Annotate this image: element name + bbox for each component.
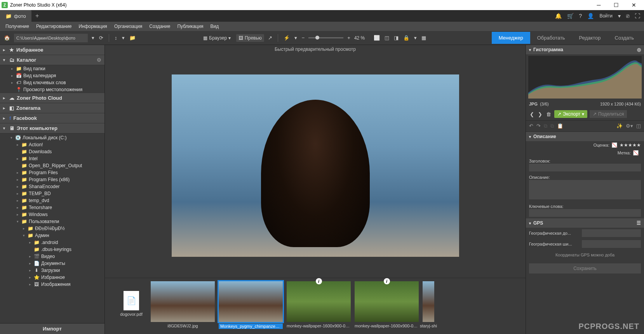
tree-admin[interactable]: ▾📁Админ xyxy=(0,232,104,239)
menu-publish[interactable]: Публикация xyxy=(174,22,206,30)
clipboard-icon[interactable]: 📋 xyxy=(557,123,563,129)
tree-folder[interactable]: 📁Open_BD_Ripper_Output xyxy=(0,162,104,169)
thumb-item[interactable]: staryj-shi xyxy=(423,281,434,328)
tab-photo[interactable]: 📁 фото xyxy=(0,10,31,22)
target-icon[interactable]: ◎ xyxy=(637,47,641,52)
dropdown-icon[interactable]: ▾ xyxy=(91,34,95,42)
tree-folder[interactable]: ▸📁TEMP_BD xyxy=(0,190,104,197)
tree-folder[interactable]: ▸📁Action! xyxy=(0,141,104,148)
menu-organize[interactable]: Организация xyxy=(111,22,145,30)
menu-view[interactable]: Вид xyxy=(207,22,222,30)
import-button[interactable]: Импорт xyxy=(0,323,104,334)
compare-icon[interactable]: ◨ xyxy=(393,34,399,42)
thumb-item[interactable]: i8GDE5WJ2.jpg xyxy=(151,281,215,328)
sort-icon[interactable]: ↕ xyxy=(114,34,118,42)
tree-folder[interactable]: ▸📁temp_dvd xyxy=(0,197,104,204)
menu-acquire[interactable]: Получение xyxy=(2,22,32,30)
chevron-down-icon[interactable]: ▾ xyxy=(294,34,298,42)
path-input[interactable]: C:\Users\Админ\Desktop\фото xyxy=(14,34,88,42)
grid-icon[interactable]: ▦ xyxy=(421,34,427,42)
sidebar-zonerama[interactable]: ▸◧Zonerama xyxy=(0,103,104,113)
geo-lat-input[interactable] xyxy=(582,240,641,248)
copy-icon[interactable]: ⧉ xyxy=(544,123,547,129)
tree-images[interactable]: ▸🖼Изображения xyxy=(0,281,104,288)
wand-icon[interactable]: ✨ xyxy=(616,123,623,129)
menu-info[interactable]: Информация xyxy=(75,22,110,30)
fit-icon[interactable]: ⬜ xyxy=(373,34,381,42)
catalog-location-view[interactable]: 📍Просмотр местоположения xyxy=(0,86,104,93)
tree-folder[interactable]: ▸📁ĐĐ±Đ¼ĐµĐ½ xyxy=(0,225,104,232)
rotate-right-icon[interactable]: ↷ xyxy=(536,123,541,129)
thumb-item[interactable]: i monkey-wallpaper-1600x900-00... xyxy=(355,281,419,328)
zoom-out-icon[interactable]: − xyxy=(301,34,306,42)
no-rating-icon[interactable] xyxy=(612,142,617,148)
layers-icon[interactable]: ◫ xyxy=(636,123,641,129)
sidebar-catalog[interactable]: ▾🗂Каталог⚙ xyxy=(0,55,104,65)
minimize-button[interactable]: ─ xyxy=(590,0,607,10)
modetab-develop[interactable]: Обработать xyxy=(530,32,572,44)
external-icon[interactable]: ↗ xyxy=(267,34,273,42)
histogram-header[interactable]: ▾Гистограмма ◎ xyxy=(526,45,644,54)
gps-header[interactable]: ▾GPS☰ xyxy=(526,218,644,228)
chevron-down-icon[interactable]: ▾ xyxy=(121,34,125,42)
tree-documents[interactable]: ▸📄Документы xyxy=(0,260,104,267)
title-input[interactable] xyxy=(529,164,641,171)
add-tab-button[interactable]: + xyxy=(31,12,43,19)
help-icon[interactable]: ? xyxy=(579,13,582,19)
tree-drive[interactable]: ▾💽Локальный диск (C:) xyxy=(0,134,104,141)
description-input[interactable] xyxy=(529,180,641,199)
flash-icon[interactable]: ⚡ xyxy=(283,34,291,42)
tree-folder[interactable]: ▸📁Program Files xyxy=(0,169,104,176)
close-button[interactable]: ✕ xyxy=(625,0,642,10)
keywords-input[interactable] xyxy=(529,209,641,217)
tree-folder[interactable]: ▸📁Windows xyxy=(0,211,104,218)
tree-favorites[interactable]: ▸⭐Избранное xyxy=(0,274,104,281)
login-link[interactable]: Войти xyxy=(599,13,613,19)
export-button[interactable]: ↗ Экспорт ▾ xyxy=(554,110,587,118)
bell-icon[interactable]: 🔔 xyxy=(555,13,562,19)
tree-downloads[interactable]: ▸⬇Загрузки xyxy=(0,267,104,274)
menu-edit[interactable]: Редактирование xyxy=(33,22,75,30)
geo-long-input[interactable] xyxy=(582,229,641,237)
sidebar-facebook[interactable]: ▸fFacebook xyxy=(0,113,104,123)
save-button[interactable]: Сохранить xyxy=(529,263,641,273)
tree-folder[interactable]: 📁Downloads xyxy=(0,148,104,155)
thumb-item[interactable]: i monkey-wallpaper-1600x900-00... xyxy=(287,281,351,328)
star-rating[interactable]: ★★★★★ xyxy=(620,142,641,148)
cart-icon[interactable]: 🛒 xyxy=(567,13,574,19)
catalog-folder-view[interactable]: ▸📁Вид папки xyxy=(0,65,104,72)
menu-create[interactable]: Создание xyxy=(146,22,173,30)
tree-video[interactable]: ▸🎬Видео xyxy=(0,253,104,260)
tree-folder[interactable]: ▸📁.android xyxy=(0,239,104,246)
menu-icon[interactable]: ☰ xyxy=(637,220,641,226)
chevron-down-icon[interactable]: ▾ xyxy=(413,34,418,42)
share-button[interactable]: ↗ Поделиться xyxy=(590,110,627,118)
paste-icon[interactable]: ⧉ xyxy=(550,123,554,129)
trash-icon[interactable]: 🗑 xyxy=(545,111,552,118)
catalog-keywords-view[interactable]: ▸🏷Вид ключевых слов xyxy=(0,79,104,86)
tree-folder[interactable]: ▸📁Intel xyxy=(0,155,104,162)
tree-users[interactable]: ▾📁Пользователи xyxy=(0,218,104,225)
screen-icon[interactable]: ⎚ xyxy=(626,13,629,19)
preview-viewport[interactable] xyxy=(105,54,526,278)
home-icon[interactable]: 🏠 xyxy=(3,34,11,42)
rotate-left-icon[interactable]: ↶ xyxy=(529,123,533,129)
catalog-calendar-view[interactable]: ▸📅Вид календаря xyxy=(0,72,104,79)
tree-folder[interactable]: ▸📁ShanaEncoder xyxy=(0,183,104,190)
actual-icon[interactable]: ◫ xyxy=(384,34,390,42)
fullscreen-icon[interactable]: ⛶ xyxy=(635,13,640,19)
modetab-editor[interactable]: Редактор xyxy=(572,32,608,44)
sidebar-computer[interactable]: ▾🖥Этот компьютер xyxy=(0,123,104,133)
lock-icon[interactable]: 🔒 xyxy=(402,34,410,42)
thumb-item[interactable]: 📄 dogovor.pdf xyxy=(116,281,147,317)
maximize-button[interactable]: ☐ xyxy=(607,0,625,10)
modetab-create[interactable]: Создать xyxy=(608,32,641,44)
tree-folder[interactable]: ▸📁Tenorshare xyxy=(0,204,104,211)
next-icon[interactable]: ❯ xyxy=(537,111,543,118)
zoom-in-icon[interactable]: + xyxy=(346,34,351,42)
browser-mode[interactable]: ▦ Браузер ▾ xyxy=(201,34,233,42)
description-header[interactable]: ▾Описание xyxy=(526,132,644,141)
folder-plus-icon[interactable]: 📁 xyxy=(129,34,136,42)
user-icon[interactable]: 👤 xyxy=(587,13,594,19)
settings-icon[interactable]: ⚙▾ xyxy=(626,123,633,129)
